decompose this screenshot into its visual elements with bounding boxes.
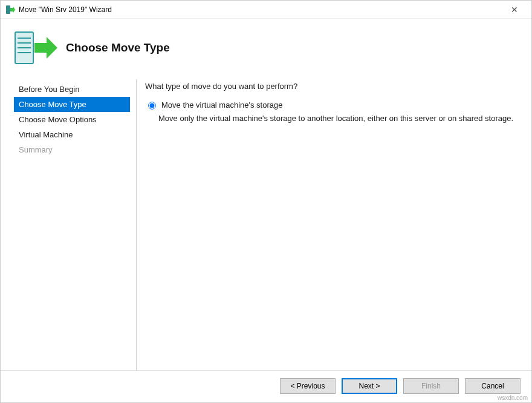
step-choose-move-type[interactable]: Choose Move Type xyxy=(14,97,130,112)
option-move-storage[interactable]: Move the virtual machine's storage xyxy=(145,100,518,110)
next-button[interactable]: Next > xyxy=(342,378,397,394)
svg-rect-0 xyxy=(6,5,10,14)
step-before-you-begin[interactable]: Before You Begin xyxy=(14,82,130,97)
prompt-text: What type of move do you want to perform… xyxy=(145,82,518,91)
previous-button[interactable]: < Previous xyxy=(280,378,336,394)
wizard-body: Before You Begin Choose Move Type Choose… xyxy=(1,79,531,370)
window-title: Move "Win Srv 2019" Wizard xyxy=(19,5,502,14)
app-icon xyxy=(5,5,15,15)
page-title: Choose Move Type xyxy=(66,41,170,54)
cancel-button[interactable]: Cancel xyxy=(465,378,521,394)
server-move-icon xyxy=(14,30,59,66)
watermark: wsxdn.com xyxy=(498,395,528,401)
wizard-steps: Before You Begin Choose Move Type Choose… xyxy=(14,79,130,370)
option-move-storage-label: Move the virtual machine's storage xyxy=(161,100,282,110)
wizard-header: Choose Move Type xyxy=(1,19,531,79)
option-move-storage-radio[interactable] xyxy=(148,102,156,110)
vertical-divider xyxy=(136,79,137,370)
finish-button: Finish xyxy=(403,378,459,394)
step-summary: Summary xyxy=(14,142,130,157)
wizard-window: Move "Win Srv 2019" Wizard ✕ Choose Move… xyxy=(0,0,532,403)
close-icon[interactable]: ✕ xyxy=(502,5,527,15)
step-content: What type of move do you want to perform… xyxy=(145,79,518,370)
option-move-storage-description: Move only the virtual machine's storage … xyxy=(158,113,518,124)
step-virtual-machine[interactable]: Virtual Machine xyxy=(14,127,130,142)
step-choose-move-options[interactable]: Choose Move Options xyxy=(14,112,130,127)
titlebar: Move "Win Srv 2019" Wizard ✕ xyxy=(1,1,531,19)
wizard-footer: < Previous Next > Finish Cancel xyxy=(1,370,531,402)
